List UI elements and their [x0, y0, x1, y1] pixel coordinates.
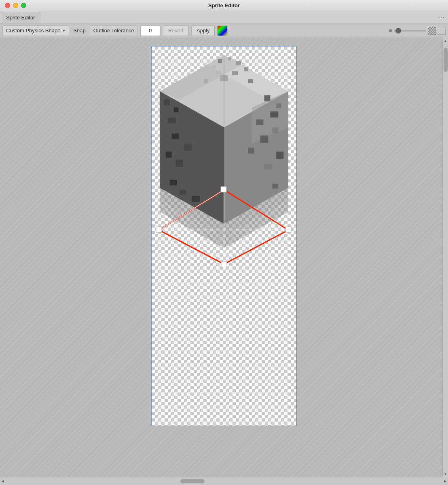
zoom-min-icon — [389, 29, 392, 32]
svg-rect-23 — [264, 164, 272, 170]
title-bar: Sprite Editor — [0, 0, 448, 11]
svg-rect-27 — [164, 99, 170, 105]
color-picker-button[interactable] — [217, 25, 228, 36]
svg-rect-29 — [168, 118, 176, 124]
svg-rect-20 — [260, 135, 268, 143]
scrollbar-track-vertical[interactable] — [443, 44, 448, 471]
scrollbar-thumb-vertical[interactable] — [444, 48, 448, 72]
zoom-slider-thumb[interactable] — [395, 28, 401, 34]
svg-rect-34 — [176, 160, 183, 167]
svg-rect-32 — [184, 143, 192, 151]
close-button[interactable] — [5, 3, 10, 8]
minimize-button[interactable] — [13, 3, 18, 8]
scroll-left-arrow[interactable]: ◀ — [0, 477, 6, 485]
svg-rect-37 — [180, 190, 186, 195]
svg-rect-22 — [276, 152, 283, 159]
sprite-canvas — [151, 46, 297, 426]
svg-rect-36 — [170, 180, 177, 186]
revert-button[interactable]: Revert — [163, 25, 189, 36]
svg-rect-4 — [228, 57, 231, 60]
svg-rect-30 — [180, 123, 186, 129]
svg-rect-31 — [172, 133, 179, 139]
svg-rect-10 — [216, 71, 221, 74]
sprite-image — [152, 46, 296, 265]
zoom-slider[interactable] — [394, 30, 426, 32]
svg-rect-9 — [232, 71, 238, 75]
svg-rect-33 — [166, 152, 172, 158]
scroll-right-arrow[interactable]: ▶ — [442, 477, 448, 485]
more-tabs-button[interactable]: ⋯ — [438, 13, 445, 21]
svg-rect-28 — [174, 108, 179, 112]
sprite-editor-tab[interactable]: Sprite Editor — [1, 12, 40, 23]
svg-rect-15 — [264, 95, 270, 101]
svg-rect-7 — [248, 79, 253, 83]
tab-bar: Sprite Editor ⋯ — [0, 11, 448, 23]
zoom-checkerboard-icon — [428, 27, 436, 35]
svg-rect-18 — [256, 120, 264, 125]
main-area: ▲ ▼ — [0, 38, 448, 477]
svg-rect-5 — [236, 61, 241, 65]
traffic-lights — [5, 3, 26, 8]
scrollbar-thumb-horizontal[interactable] — [180, 479, 205, 483]
svg-rect-24 — [256, 176, 264, 181]
vertical-scrollbar[interactable]: ▲ ▼ — [442, 38, 448, 477]
mode-dropdown[interactable]: Custom Physics Shape ▼ — [2, 25, 69, 36]
svg-rect-35 — [188, 168, 196, 174]
outline-tolerance-label: Outline Tolerance — [90, 25, 138, 36]
maximize-button[interactable] — [21, 3, 26, 8]
horizontal-scrollbar[interactable]: ◀ ▶ — [0, 477, 448, 485]
zoom-control — [389, 27, 446, 35]
svg-rect-25 — [272, 184, 278, 189]
svg-rect-16 — [276, 103, 281, 108]
window-title: Sprite Editor — [208, 2, 240, 8]
scroll-up-arrow[interactable]: ▲ — [443, 38, 448, 44]
snap-label: Snap — [72, 27, 87, 34]
scrollbar-track-horizontal[interactable] — [6, 477, 442, 485]
svg-rect-21 — [248, 148, 254, 154]
svg-rect-8 — [204, 79, 208, 83]
canvas-area[interactable] — [0, 38, 448, 477]
svg-rect-11 — [244, 67, 248, 71]
svg-rect-38 — [192, 196, 200, 202]
svg-rect-19 — [272, 127, 278, 133]
zoom-checkerboard2-icon — [437, 27, 446, 35]
svg-rect-17 — [270, 112, 278, 118]
svg-rect-3 — [218, 59, 222, 63]
apply-button[interactable]: Apply — [191, 25, 215, 36]
toolbar: Custom Physics Shape ▼ Snap Outline Tole… — [0, 23, 448, 38]
scroll-down-arrow[interactable]: ▼ — [443, 471, 448, 477]
svg-rect-6 — [212, 65, 216, 68]
outline-tolerance-input[interactable] — [140, 25, 161, 36]
